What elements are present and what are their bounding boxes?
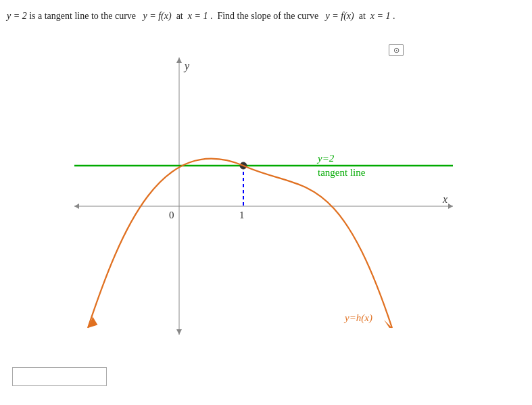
equation-x1b: x = 1 xyxy=(370,11,391,21)
text-is-tangent: is a tangent line to the curve xyxy=(29,11,141,21)
x1-label: 1 xyxy=(239,210,245,220)
text-at: at xyxy=(174,11,188,21)
svg-marker-4 xyxy=(176,57,182,63)
text-at2: at xyxy=(356,11,370,21)
equation-yfx: y = f(x) xyxy=(143,11,172,21)
svg-marker-2 xyxy=(74,204,79,209)
origin-label: 0 xyxy=(169,210,174,220)
svg-marker-1 xyxy=(448,204,453,209)
curve-path xyxy=(88,159,392,328)
equation-y2: y = 2 xyxy=(7,11,27,21)
x-axis-label: x xyxy=(442,193,448,205)
problem-statement: y = 2 is a tangent line to the curve y =… xyxy=(7,9,525,23)
answer-input[interactable] xyxy=(12,367,107,386)
tangent-y2-label: y=2 xyxy=(316,153,335,164)
tangent-line-label: tangent line xyxy=(318,167,366,178)
y-axis-label: y xyxy=(183,60,190,72)
text-period2: . xyxy=(393,11,395,21)
equation-yfx2: y = f(x) xyxy=(326,11,354,21)
svg-marker-5 xyxy=(176,329,182,335)
curve-label: y=h(x) xyxy=(343,312,372,324)
equation-x1: x = 1 xyxy=(188,11,208,21)
graph-container: y x 0 1 y=2 tangent line y=h(x) xyxy=(54,37,473,348)
text-period1: . Find the slope of the curve xyxy=(210,11,323,21)
